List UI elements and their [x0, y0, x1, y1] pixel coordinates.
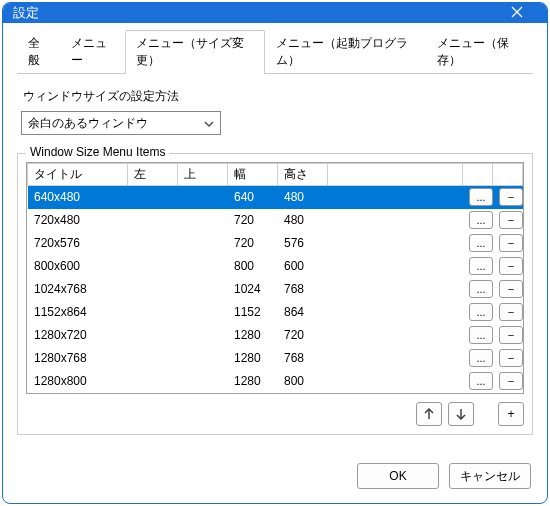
ok-button[interactable]: OK [357, 463, 439, 489]
cell-height: 960 [278, 393, 328, 395]
cell-spacer [328, 186, 463, 209]
tab-1[interactable]: メニュー [60, 30, 125, 74]
row-edit-button[interactable]: ... [469, 303, 493, 321]
tab-3[interactable]: メニュー（起動プログラム） [265, 30, 426, 74]
cell-height: 480 [278, 186, 328, 209]
cell-title: 1280x768 [28, 347, 128, 370]
cell-title: 1152x864 [28, 301, 128, 324]
cell-title: 1024x768 [28, 278, 128, 301]
row-remove-button[interactable]: − [499, 372, 523, 390]
row-edit-button[interactable]: ... [469, 326, 493, 344]
cell-title: 800x600 [28, 255, 128, 278]
cancel-button[interactable]: キャンセル [449, 463, 531, 489]
col-edit [463, 164, 493, 186]
cell-remove: − [493, 186, 523, 209]
tab-2[interactable]: メニュー（サイズ変更） [125, 30, 265, 74]
titlebar: 設定 [3, 3, 547, 23]
cell-edit: ... [463, 324, 493, 347]
cell-top [178, 347, 228, 370]
cell-width: 1280 [228, 370, 278, 393]
cell-width: 720 [228, 209, 278, 232]
table-row[interactable]: 1280x7201280720...− [28, 324, 523, 347]
tab-0[interactable]: 全般 [17, 30, 60, 74]
plus-icon: + [507, 407, 514, 421]
cell-width: 1280 [228, 393, 278, 395]
row-remove-button[interactable]: − [499, 257, 523, 275]
row-edit-button[interactable]: ... [469, 257, 493, 275]
cell-left [128, 301, 178, 324]
table-row[interactable]: 720x576720576...− [28, 232, 523, 255]
cell-spacer [328, 209, 463, 232]
row-remove-button[interactable]: − [499, 303, 523, 321]
close-button[interactable] [497, 5, 537, 21]
cell-title: 640x480 [28, 186, 128, 209]
cell-remove: − [493, 301, 523, 324]
row-remove-button[interactable]: − [499, 326, 523, 344]
move-down-button[interactable] [448, 402, 474, 426]
size-grid[interactable]: タイトル 左 上 幅 高さ 640x480640480...−720x48072… [26, 162, 524, 394]
add-button[interactable]: + [498, 402, 524, 426]
row-remove-button[interactable]: − [499, 211, 523, 229]
table-row[interactable]: 1280x7681280768...− [28, 347, 523, 370]
cell-width: 1280 [228, 347, 278, 370]
cell-title: 720x480 [28, 209, 128, 232]
cell-height: 720 [278, 324, 328, 347]
table-row[interactable]: 1152x8641152864...− [28, 301, 523, 324]
size-method-label: ウィンドウサイズの設定方法 [23, 88, 533, 105]
table-row[interactable]: 720x480720480...− [28, 209, 523, 232]
row-edit-button[interactable]: ... [469, 349, 493, 367]
table-row[interactable]: 1280x9601280960...− [28, 393, 523, 395]
cell-top [178, 232, 228, 255]
cell-title: 1280x720 [28, 324, 128, 347]
cell-edit: ... [463, 347, 493, 370]
window-title: 設定 [13, 4, 497, 22]
table-row[interactable]: 640x480640480...− [28, 186, 523, 209]
cell-left [128, 393, 178, 395]
row-edit-button[interactable]: ... [469, 234, 493, 252]
cell-spacer [328, 301, 463, 324]
cell-top [178, 278, 228, 301]
row-edit-button[interactable]: ... [469, 280, 493, 298]
move-up-button[interactable] [416, 402, 442, 426]
row-remove-button[interactable]: − [499, 188, 523, 206]
cell-height: 480 [278, 209, 328, 232]
cell-title: 1280x800 [28, 370, 128, 393]
cell-left [128, 232, 178, 255]
cell-spacer [328, 393, 463, 395]
cell-edit: ... [463, 255, 493, 278]
col-height[interactable]: 高さ [278, 164, 328, 186]
cell-edit: ... [463, 209, 493, 232]
table-row[interactable]: 1280x8001280800...− [28, 370, 523, 393]
cell-top [178, 209, 228, 232]
settings-dialog: 設定 全般メニューメニュー（サイズ変更）メニュー（起動プログラム）メニュー（保存… [2, 2, 548, 504]
col-width[interactable]: 幅 [228, 164, 278, 186]
size-method-value: 余白のあるウィンドウ [28, 115, 148, 132]
cell-top [178, 255, 228, 278]
row-edit-button[interactable]: ... [469, 211, 493, 229]
cell-top [178, 186, 228, 209]
row-edit-button[interactable]: ... [469, 188, 493, 206]
row-remove-button[interactable]: − [499, 280, 523, 298]
cell-left [128, 209, 178, 232]
col-top[interactable]: 上 [178, 164, 228, 186]
row-remove-button[interactable]: − [499, 234, 523, 252]
cell-left [128, 370, 178, 393]
cell-spacer [328, 347, 463, 370]
cell-height: 600 [278, 255, 328, 278]
cell-title: 720x576 [28, 232, 128, 255]
size-method-select[interactable]: 余白のあるウィンドウ [21, 111, 221, 135]
cell-remove: − [493, 347, 523, 370]
cell-left [128, 324, 178, 347]
table-row[interactable]: 800x600800600...− [28, 255, 523, 278]
cell-edit: ... [463, 278, 493, 301]
row-remove-button[interactable]: − [499, 349, 523, 367]
col-left[interactable]: 左 [128, 164, 178, 186]
cell-left [128, 278, 178, 301]
row-edit-button[interactable]: ... [469, 372, 493, 390]
col-title[interactable]: タイトル [28, 164, 128, 186]
cell-height: 576 [278, 232, 328, 255]
tab-4[interactable]: メニュー（保存） [426, 30, 533, 74]
table-row[interactable]: 1024x7681024768...− [28, 278, 523, 301]
tab-strip: 全般メニューメニュー（サイズ変更）メニュー（起動プログラム）メニュー（保存） [17, 29, 533, 74]
cell-height: 800 [278, 370, 328, 393]
